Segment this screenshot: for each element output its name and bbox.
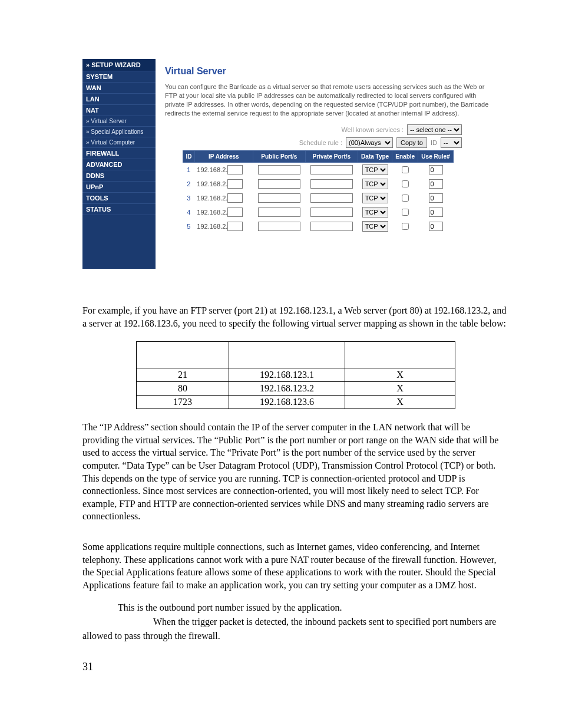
row-public-port <box>253 163 305 177</box>
public-port-input[interactable] <box>258 222 300 231</box>
doc-paragraph-ip-explain: The “IP Address” section should contain … <box>82 421 509 523</box>
rule-input[interactable] <box>429 222 443 231</box>
public-port-input[interactable] <box>258 179 300 189</box>
th-data-type: Data Type <box>358 151 392 163</box>
sidebar-item-virtual-computer[interactable]: » Virtual Computer <box>82 137 156 148</box>
row-id: 3 <box>183 191 195 205</box>
ip-suffix-input[interactable] <box>227 222 243 231</box>
doc-paragraph-example: For example, if you have an FTP server (… <box>82 304 509 330</box>
doc-table-row: 1723192.168.123.6X <box>137 396 455 409</box>
sidebar-item-upnp[interactable]: UPnP <box>82 182 156 193</box>
rule-input[interactable] <box>429 207 443 217</box>
enable-checkbox[interactable] <box>402 166 409 173</box>
row-data-type: TCP <box>358 177 392 191</box>
sidebar-item-firewall[interactable]: FIREWALL <box>82 148 156 159</box>
schedule-select[interactable]: (00)Always <box>346 137 393 148</box>
sidebar-item-virtual-server[interactable]: » Virtual Server <box>82 116 156 127</box>
doc-th-1 <box>137 342 229 368</box>
wks-label: Well known services : <box>341 126 404 133</box>
public-port-input[interactable] <box>258 165 300 174</box>
sidebar-item-advanced[interactable]: ADVANCED <box>82 159 156 170</box>
data-type-select[interactable]: TCP <box>362 221 388 232</box>
doc-th-2 <box>229 342 345 368</box>
content-panel: Virtual Server You can configure the Bar… <box>156 59 507 269</box>
wks-select[interactable]: -- select one -- <box>407 124 462 135</box>
sidebar-item-tools[interactable]: TOOLS <box>82 193 156 204</box>
sidebar-item-status[interactable]: STATUS <box>82 204 156 215</box>
th-ip: IP Address <box>194 151 253 163</box>
public-port-input[interactable] <box>258 193 300 203</box>
definitions-block: This is the outbound port number issued … <box>82 601 509 643</box>
table-row: 4192.168.2.TCP <box>183 205 454 219</box>
sidebar-item-special-applications[interactable]: » Special Applications <box>82 127 156 137</box>
sidebar-item-lan[interactable]: LAN <box>82 94 156 105</box>
data-type-select[interactable]: TCP <box>362 164 388 175</box>
sidebar-setup-wizard[interactable]: » SETUP WIZARD <box>82 59 156 71</box>
ip-suffix-input[interactable] <box>227 165 243 174</box>
copy-id-label: ID <box>431 139 437 146</box>
virtual-server-table: ID IP Address Public Port/s Private Port… <box>183 150 454 233</box>
th-private-port: Private Port/s <box>305 151 358 163</box>
data-type-select[interactable]: TCP <box>362 193 388 203</box>
def-incoming-text: When the trigger packet is detected, the… <box>82 617 496 641</box>
enable-checkbox[interactable] <box>402 223 409 230</box>
row-public-port <box>253 177 305 191</box>
row-ip: 192.168.2. <box>194 163 253 177</box>
row-ip: 192.168.2. <box>194 191 253 205</box>
private-port-input[interactable] <box>310 207 353 217</box>
doc-table-row: 80192.168.123.2X <box>137 382 455 396</box>
enable-checkbox[interactable] <box>402 195 409 202</box>
table-row: 2192.168.2.TCP <box>183 177 454 191</box>
sidebar-item-wan[interactable]: WAN <box>82 83 156 94</box>
data-type-select[interactable]: TCP <box>362 179 388 189</box>
private-port-input[interactable] <box>310 179 353 189</box>
public-port-input[interactable] <box>258 207 300 217</box>
def-trigger: This is the outbound port number issued … <box>82 601 509 615</box>
doc-cell-port: 1723 <box>137 396 229 409</box>
row-id: 4 <box>183 205 195 219</box>
doc-cell-enable: X <box>345 368 455 382</box>
copy-id-select[interactable]: -- <box>441 137 462 148</box>
ip-suffix-input[interactable] <box>227 193 243 203</box>
def-trigger-text: This is the outbound port number issued … <box>118 602 342 612</box>
th-id: ID <box>183 151 195 163</box>
ip-suffix-input[interactable] <box>227 179 243 189</box>
data-type-select[interactable]: TCP <box>362 207 388 218</box>
rule-input[interactable] <box>429 179 443 189</box>
private-port-input[interactable] <box>310 193 353 203</box>
row-rule <box>418 191 454 205</box>
rule-input[interactable] <box>429 165 443 174</box>
row-enable <box>392 219 418 233</box>
row-ip: 192.168.2. <box>194 177 253 191</box>
doc-cell-ip: 192.168.123.2 <box>229 382 345 396</box>
doc-paragraph-special-apps: Some applications require multiple conne… <box>82 541 509 591</box>
row-private-port <box>305 177 358 191</box>
doc-table-row: 21192.168.123.1X <box>137 368 455 382</box>
row-data-type: TCP <box>358 163 392 177</box>
row-data-type: TCP <box>358 219 392 233</box>
sidebar: » SETUP WIZARD SYSTEM WAN LAN NAT » Virt… <box>82 59 156 269</box>
table-row: 1192.168.2.TCP <box>183 163 454 177</box>
page-number: 31 <box>82 661 509 673</box>
row-enable <box>392 163 418 177</box>
copy-to-button[interactable]: Copy to <box>396 137 427 148</box>
row-enable <box>392 191 418 205</box>
row-private-port <box>305 163 358 177</box>
row-rule <box>418 219 454 233</box>
doc-cell-enable: X <box>345 382 455 396</box>
row-id: 5 <box>183 219 195 233</box>
rule-input[interactable] <box>429 193 443 203</box>
ip-suffix-input[interactable] <box>227 207 243 217</box>
private-port-input[interactable] <box>310 165 353 174</box>
sidebar-item-ddns[interactable]: DDNS <box>82 170 156 182</box>
row-public-port <box>253 219 305 233</box>
table-row: 3192.168.2.TCP <box>183 191 454 205</box>
sidebar-item-system[interactable]: SYSTEM <box>82 71 156 83</box>
row-private-port <box>305 205 358 219</box>
row-id: 2 <box>183 177 195 191</box>
sidebar-item-nat[interactable]: NAT <box>82 105 156 116</box>
private-port-input[interactable] <box>310 222 353 231</box>
enable-checkbox[interactable] <box>402 180 409 187</box>
row-public-port <box>253 191 305 205</box>
enable-checkbox[interactable] <box>402 209 409 216</box>
